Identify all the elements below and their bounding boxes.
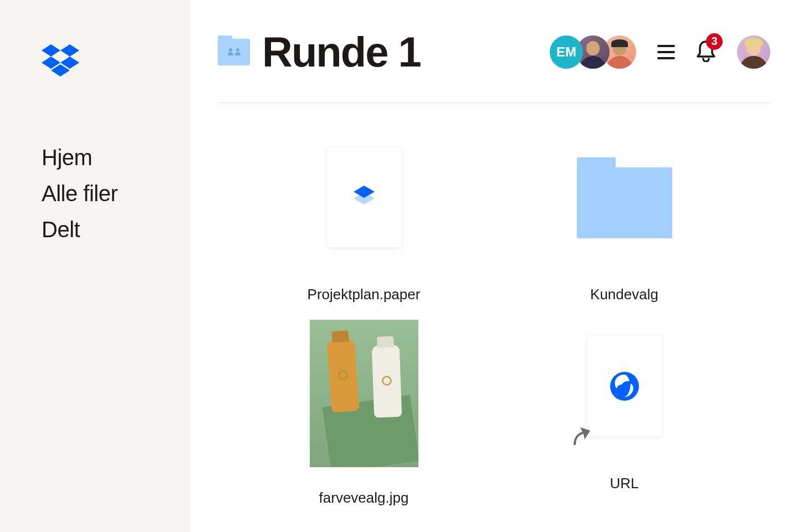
hamburger-line-icon <box>657 45 675 47</box>
menu-button[interactable] <box>657 45 675 59</box>
file-name: URL <box>610 475 638 492</box>
shortcut-arrow-icon <box>572 426 590 445</box>
avatar-em[interactable]: EM <box>550 35 583 69</box>
hamburger-line-icon <box>657 51 675 53</box>
profile-avatar[interactable] <box>737 35 770 69</box>
file-item-url[interactable]: URL <box>500 314 749 512</box>
hamburger-line-icon <box>657 57 675 59</box>
collaborator-avatars[interactable]: EM <box>550 35 636 69</box>
file-thumbnail <box>570 131 679 264</box>
notifications-button[interactable]: 3 <box>696 40 716 64</box>
file-thumbnail <box>570 320 679 453</box>
file-item-folder[interactable]: Kundevalg <box>500 125 749 309</box>
url-doc-icon <box>587 336 662 436</box>
page-header: Runde 1 EM 3 <box>218 28 770 103</box>
paper-doc-icon <box>327 147 401 247</box>
file-name: Projektplan.paper <box>308 286 421 303</box>
folder-icon <box>577 167 672 238</box>
file-item-image[interactable]: farvevealg.jpg <box>239 314 489 512</box>
file-name: Kundevalg <box>590 286 658 303</box>
header-right: EM 3 <box>550 35 770 69</box>
nav-all-files[interactable]: Alle filer <box>42 181 190 206</box>
notification-badge: 3 <box>706 33 723 50</box>
file-name: farvevealg.jpg <box>319 489 409 507</box>
image-thumbnail <box>310 320 418 467</box>
dropbox-logo[interactable] <box>42 44 190 79</box>
file-item-paper[interactable]: Projektplan.paper <box>239 125 489 309</box>
globe-icon <box>610 371 640 401</box>
file-thumbnail <box>310 131 418 264</box>
dropbox-logo-icon <box>42 44 79 76</box>
main-content: Runde 1 EM 3 <box>190 0 798 532</box>
sidebar: Hjem Alle filer Delt <box>0 0 190 532</box>
page-title: Runde 1 <box>262 28 421 76</box>
nav-home[interactable]: Hjem <box>42 145 190 170</box>
file-grid: Projektplan.paper Kundevalg farvevealg.j… <box>239 125 749 512</box>
header-left: Runde 1 <box>218 28 421 76</box>
shared-folder-icon <box>218 39 250 65</box>
nav-shared[interactable]: Delt <box>42 217 190 242</box>
